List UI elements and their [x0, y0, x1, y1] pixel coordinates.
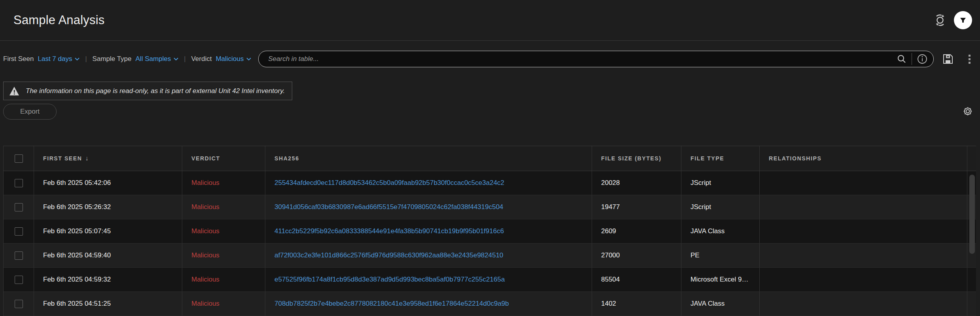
row-select-cell — [4, 195, 34, 219]
cell-verdict: Malicious — [182, 195, 265, 219]
cell-sha256: 255434afdecd0ec117d8d0b53462c5b0a09faab9… — [265, 171, 592, 195]
column-header-label: FILE TYPE — [691, 155, 724, 162]
auto-refresh-icon — [933, 13, 948, 28]
samples-table: FIRST SEEN ↓ VERDICT SHA256 FILE SIZE (B… — [3, 146, 976, 316]
kebab-menu-button[interactable] — [969, 55, 971, 64]
scrollbar-gutter — [967, 146, 976, 171]
file-type-value: Microsoft Excel 9… — [691, 276, 748, 284]
cell-verdict: Malicious — [182, 292, 265, 316]
cell-file-type: JAVA Class — [681, 292, 760, 316]
row-checkbox[interactable] — [15, 300, 23, 308]
filter-first-seen-value: Last 7 days — [38, 55, 72, 63]
filter-verdict-value: Malicious — [216, 55, 244, 63]
sha256-link[interactable]: 411cc2b5229f5b92c6a0833388544e91e4fa38b5… — [274, 227, 504, 235]
search-divider — [912, 53, 912, 65]
select-all-checkbox[interactable] — [15, 154, 23, 163]
first-seen-value: Feb 6th 2025 05:26:32 — [43, 203, 111, 211]
column-header-label: FIRST SEEN — [43, 155, 82, 162]
cell-first-seen: Feb 6th 2025 04:59:40 — [34, 244, 182, 267]
scrollbar-gutter — [967, 268, 976, 291]
save-view-button[interactable] — [942, 53, 954, 65]
cell-verdict: Malicious — [182, 244, 265, 267]
file-type-value: JAVA Class — [691, 227, 725, 235]
select-all-cell — [4, 146, 34, 171]
table-row: Feb 6th 2025 05:42:06 Malicious 255434af… — [4, 171, 976, 195]
sha256-link[interactable]: 30941d056caf03b6830987e6ad66f5515e7f4709… — [274, 203, 503, 211]
chevron-down-icon — [75, 57, 79, 61]
file-size-value: 19477 — [601, 203, 620, 211]
column-header-file-type[interactable]: FILE TYPE — [681, 146, 760, 171]
table-row: Feb 6th 2025 04:59:40 Malicious af72f003… — [4, 244, 976, 268]
cell-verdict: Malicious — [182, 219, 265, 243]
cell-first-seen: Feb 6th 2025 05:26:32 — [34, 195, 182, 219]
cell-relationships — [760, 195, 967, 219]
row-checkbox[interactable] — [15, 276, 23, 284]
filter-verdict-dropdown[interactable]: Malicious — [216, 55, 251, 63]
readonly-banner-text: The information on this page is read-onl… — [26, 87, 285, 95]
cell-verdict: Malicious — [182, 268, 265, 291]
column-header-sha256[interactable]: SHA256 — [265, 146, 592, 171]
search-input[interactable] — [268, 55, 897, 63]
row-checkbox[interactable] — [15, 227, 23, 236]
file-type-value: JScript — [691, 179, 711, 187]
file-size-value: 20028 — [601, 179, 620, 187]
filter-sample-type-dropdown[interactable]: All Samples — [136, 55, 179, 63]
first-seen-value: Feb 6th 2025 04:51:25 — [43, 300, 111, 308]
column-header-first-seen[interactable]: FIRST SEEN ↓ — [34, 146, 182, 171]
file-size-value: 27000 — [601, 251, 620, 259]
file-type-value: PE — [691, 251, 700, 259]
sha256-link[interactable]: 708db7825f2b7e4bebe2c8778082180c41e3e958… — [274, 300, 509, 308]
filter-first-seen-dropdown[interactable]: Last 7 days — [38, 55, 79, 63]
sha256-link[interactable]: 255434afdecd0ec117d8d0b53462c5b0a09faab9… — [274, 179, 504, 187]
filter-separator: | — [184, 55, 185, 63]
first-seen-value: Feb 6th 2025 04:59:32 — [43, 276, 111, 284]
cell-file-size: 20028 — [592, 171, 681, 195]
verdict-badge: Malicious — [191, 203, 219, 211]
cell-sha256: e57525f96fb174a8f1cb95d8d3e387ad9d5d993b… — [265, 268, 592, 291]
row-select-cell — [4, 268, 34, 291]
readonly-banner: The information on this page is read-onl… — [3, 82, 292, 100]
filter-avatar-button[interactable] — [954, 11, 972, 29]
cell-file-type: JScript — [681, 171, 760, 195]
cell-file-size: 27000 — [592, 244, 681, 267]
page-title: Sample Analysis — [13, 13, 104, 27]
column-header-file-size[interactable]: FILE SIZE (BYTES) — [592, 146, 681, 171]
sort-desc-icon[interactable]: ↓ — [85, 155, 88, 162]
kebab-dot — [969, 62, 971, 64]
cell-relationships — [760, 268, 967, 291]
table-body: Feb 6th 2025 05:42:06 Malicious 255434af… — [4, 171, 976, 316]
filter-first-seen: First Seen Last 7 days — [3, 55, 79, 63]
cell-relationships — [760, 219, 967, 243]
column-header-label: SHA256 — [274, 155, 299, 162]
column-header-relationships[interactable]: RELATIONSHIPS — [760, 146, 967, 171]
search-icon[interactable] — [897, 54, 907, 64]
verdict-badge: Malicious — [191, 179, 219, 187]
sha256-link[interactable]: e57525f96fb174a8f1cb95d8d3e387ad9d5d993b… — [274, 276, 505, 284]
file-size-value: 85504 — [601, 276, 620, 284]
sha256-link[interactable]: af72f003c2e3fe101d866c2576f5d976d9588c63… — [274, 251, 503, 259]
search-bar — [258, 51, 934, 67]
table-scrollbar-thumb[interactable] — [969, 175, 975, 254]
auto-refresh-button[interactable] — [933, 13, 948, 28]
row-select-cell — [4, 219, 34, 243]
row-checkbox[interactable] — [15, 203, 23, 211]
cell-first-seen: Feb 6th 2025 05:42:06 — [34, 171, 182, 195]
filter-sample-type: Sample Type All Samples — [93, 55, 179, 63]
column-header-verdict[interactable]: VERDICT — [182, 146, 265, 171]
first-seen-value: Feb 6th 2025 05:42:06 — [43, 179, 111, 187]
table-toolbar-icons — [942, 53, 976, 65]
row-checkbox[interactable] — [15, 179, 23, 187]
funnel-icon — [959, 16, 967, 24]
filter-bar: First Seen Last 7 days | Sample Type All… — [3, 50, 976, 68]
row-select-cell — [4, 171, 34, 195]
verdict-badge: Malicious — [191, 251, 219, 259]
table-settings-button[interactable] — [962, 105, 974, 117]
filter-verdict-label: Verdict — [191, 55, 212, 63]
info-icon[interactable] — [917, 53, 928, 65]
row-checkbox[interactable] — [15, 251, 23, 260]
cell-relationships — [760, 171, 967, 195]
export-button[interactable]: Export — [3, 104, 57, 120]
cell-sha256: 411cc2b5229f5b92c6a0833388544e91e4fa38b5… — [265, 219, 592, 243]
cell-first-seen: Feb 6th 2025 05:07:45 — [34, 219, 182, 243]
gear-icon — [962, 105, 974, 117]
